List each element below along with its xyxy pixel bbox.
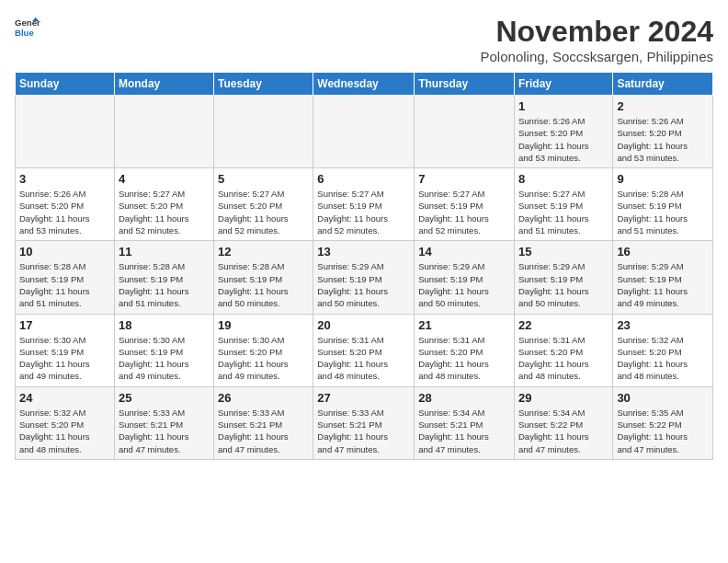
day-number: 18 (119, 318, 210, 332)
calendar-table: SundayMondayTuesdayWednesdayThursdayFrid… (15, 72, 713, 460)
day-info: Sunrise: 5:28 AM Sunset: 5:19 PM Dayligh… (617, 188, 709, 236)
calendar-cell: 7Sunrise: 5:27 AM Sunset: 5:19 PM Daylig… (415, 168, 515, 241)
day-number: 17 (19, 318, 110, 332)
day-number: 7 (418, 172, 510, 186)
calendar-cell (313, 96, 415, 168)
calendar-cell: 10Sunrise: 5:28 AM Sunset: 5:19 PM Dayli… (16, 241, 115, 314)
day-number: 23 (617, 318, 709, 332)
day-info: Sunrise: 5:29 AM Sunset: 5:19 PM Dayligh… (518, 260, 609, 309)
day-number: 25 (119, 391, 210, 405)
calendar-cell: 3Sunrise: 5:26 AM Sunset: 5:20 PM Daylig… (16, 168, 115, 241)
day-number: 8 (518, 172, 609, 186)
day-info: Sunrise: 5:26 AM Sunset: 5:20 PM Dayligh… (518, 115, 609, 164)
weekday-header-monday: Monday (114, 73, 213, 96)
day-info: Sunrise: 5:33 AM Sunset: 5:21 PM Dayligh… (218, 407, 309, 455)
day-info: Sunrise: 5:26 AM Sunset: 5:20 PM Dayligh… (19, 188, 110, 236)
day-info: Sunrise: 5:30 AM Sunset: 5:20 PM Dayligh… (218, 334, 309, 383)
day-number: 22 (518, 318, 609, 332)
day-number: 27 (317, 391, 410, 405)
day-number: 11 (119, 245, 210, 259)
calendar-cell: 16Sunrise: 5:29 AM Sunset: 5:19 PM Dayli… (613, 241, 713, 314)
calendar-week-1: 1Sunrise: 5:26 AM Sunset: 5:20 PM Daylig… (16, 96, 713, 168)
calendar-cell: 18Sunrise: 5:30 AM Sunset: 5:19 PM Dayli… (114, 314, 213, 386)
day-number: 10 (19, 245, 110, 259)
day-number: 20 (317, 318, 410, 332)
day-number: 14 (418, 245, 510, 259)
day-info: Sunrise: 5:29 AM Sunset: 5:19 PM Dayligh… (418, 260, 510, 309)
logo: General Blue (15, 15, 40, 40)
calendar-cell: 11Sunrise: 5:28 AM Sunset: 5:19 PM Dayli… (114, 241, 213, 314)
calendar-cell: 24Sunrise: 5:32 AM Sunset: 5:20 PM Dayli… (16, 386, 115, 459)
calendar-cell: 2Sunrise: 5:26 AM Sunset: 5:20 PM Daylig… (613, 96, 713, 168)
calendar-week-3: 10Sunrise: 5:28 AM Sunset: 5:19 PM Dayli… (16, 241, 713, 314)
day-number: 26 (218, 391, 309, 405)
day-info: Sunrise: 5:27 AM Sunset: 5:19 PM Dayligh… (418, 188, 510, 236)
calendar-week-2: 3Sunrise: 5:26 AM Sunset: 5:20 PM Daylig… (16, 168, 713, 241)
day-info: Sunrise: 5:30 AM Sunset: 5:19 PM Dayligh… (119, 334, 210, 383)
calendar-cell: 6Sunrise: 5:27 AM Sunset: 5:19 PM Daylig… (313, 168, 415, 241)
calendar-cell: 19Sunrise: 5:30 AM Sunset: 5:20 PM Dayli… (214, 314, 313, 386)
calendar-cell: 1Sunrise: 5:26 AM Sunset: 5:20 PM Daylig… (514, 96, 612, 168)
day-number: 9 (617, 172, 709, 186)
logo-icon: General Blue (15, 15, 40, 40)
calendar-cell: 27Sunrise: 5:33 AM Sunset: 5:21 PM Dayli… (313, 386, 415, 459)
day-number: 29 (518, 391, 609, 405)
day-number: 4 (119, 172, 210, 186)
calendar-cell: 9Sunrise: 5:28 AM Sunset: 5:19 PM Daylig… (613, 168, 713, 241)
calendar-week-4: 17Sunrise: 5:30 AM Sunset: 5:19 PM Dayli… (16, 314, 713, 386)
calendar-cell: 28Sunrise: 5:34 AM Sunset: 5:21 PM Dayli… (415, 386, 515, 459)
day-number: 30 (617, 391, 709, 405)
day-number: 1 (518, 99, 609, 113)
day-info: Sunrise: 5:28 AM Sunset: 5:19 PM Dayligh… (19, 260, 110, 309)
calendar-cell: 14Sunrise: 5:29 AM Sunset: 5:19 PM Dayli… (415, 241, 515, 314)
day-info: Sunrise: 5:27 AM Sunset: 5:20 PM Dayligh… (119, 188, 210, 236)
day-info: Sunrise: 5:27 AM Sunset: 5:19 PM Dayligh… (317, 188, 410, 236)
calendar-week-5: 24Sunrise: 5:32 AM Sunset: 5:20 PM Dayli… (16, 386, 713, 459)
day-info: Sunrise: 5:26 AM Sunset: 5:20 PM Dayligh… (617, 115, 709, 164)
day-number: 24 (19, 391, 110, 405)
calendar-cell: 25Sunrise: 5:33 AM Sunset: 5:21 PM Dayli… (114, 386, 213, 459)
calendar-cell: 26Sunrise: 5:33 AM Sunset: 5:21 PM Dayli… (214, 386, 313, 459)
day-number: 28 (418, 391, 510, 405)
day-number: 2 (617, 99, 709, 113)
svg-text:Blue: Blue (15, 28, 34, 38)
day-number: 21 (418, 318, 510, 332)
day-info: Sunrise: 5:27 AM Sunset: 5:19 PM Dayligh… (518, 188, 609, 236)
month-title: November 2024 (481, 15, 713, 49)
calendar-cell (214, 96, 313, 168)
calendar-cell: 13Sunrise: 5:29 AM Sunset: 5:19 PM Dayli… (313, 241, 415, 314)
day-info: Sunrise: 5:28 AM Sunset: 5:19 PM Dayligh… (218, 260, 309, 309)
day-number: 12 (218, 245, 309, 259)
day-info: Sunrise: 5:29 AM Sunset: 5:19 PM Dayligh… (617, 260, 709, 309)
calendar-header-row: SundayMondayTuesdayWednesdayThursdayFrid… (16, 73, 713, 96)
day-info: Sunrise: 5:35 AM Sunset: 5:22 PM Dayligh… (617, 407, 709, 455)
day-info: Sunrise: 5:32 AM Sunset: 5:20 PM Dayligh… (19, 407, 110, 455)
day-info: Sunrise: 5:28 AM Sunset: 5:19 PM Dayligh… (119, 260, 210, 309)
weekday-header-sunday: Sunday (16, 73, 115, 96)
day-info: Sunrise: 5:31 AM Sunset: 5:20 PM Dayligh… (317, 334, 410, 383)
day-number: 3 (19, 172, 110, 186)
day-number: 13 (317, 245, 410, 259)
day-info: Sunrise: 5:31 AM Sunset: 5:20 PM Dayligh… (418, 334, 510, 383)
day-info: Sunrise: 5:34 AM Sunset: 5:22 PM Dayligh… (518, 407, 609, 455)
day-info: Sunrise: 5:32 AM Sunset: 5:20 PM Dayligh… (617, 334, 709, 383)
calendar-cell: 20Sunrise: 5:31 AM Sunset: 5:20 PM Dayli… (313, 314, 415, 386)
calendar-cell: 30Sunrise: 5:35 AM Sunset: 5:22 PM Dayli… (613, 386, 713, 459)
day-info: Sunrise: 5:33 AM Sunset: 5:21 PM Dayligh… (119, 407, 210, 455)
weekday-header-wednesday: Wednesday (313, 73, 415, 96)
day-number: 15 (518, 245, 609, 259)
day-number: 6 (317, 172, 410, 186)
calendar-cell (114, 96, 213, 168)
calendar-cell: 23Sunrise: 5:32 AM Sunset: 5:20 PM Dayli… (613, 314, 713, 386)
calendar-cell (415, 96, 515, 168)
calendar-cell: 8Sunrise: 5:27 AM Sunset: 5:19 PM Daylig… (514, 168, 612, 241)
day-info: Sunrise: 5:30 AM Sunset: 5:19 PM Dayligh… (19, 334, 110, 383)
weekday-header-thursday: Thursday (415, 73, 515, 96)
calendar-cell: 5Sunrise: 5:27 AM Sunset: 5:20 PM Daylig… (214, 168, 313, 241)
calendar-cell: 15Sunrise: 5:29 AM Sunset: 5:19 PM Dayli… (514, 241, 612, 314)
day-info: Sunrise: 5:31 AM Sunset: 5:20 PM Dayligh… (518, 334, 609, 383)
day-number: 16 (617, 245, 709, 259)
day-info: Sunrise: 5:29 AM Sunset: 5:19 PM Dayligh… (317, 260, 410, 309)
weekday-header-saturday: Saturday (613, 73, 713, 96)
calendar-cell: 22Sunrise: 5:31 AM Sunset: 5:20 PM Dayli… (514, 314, 612, 386)
